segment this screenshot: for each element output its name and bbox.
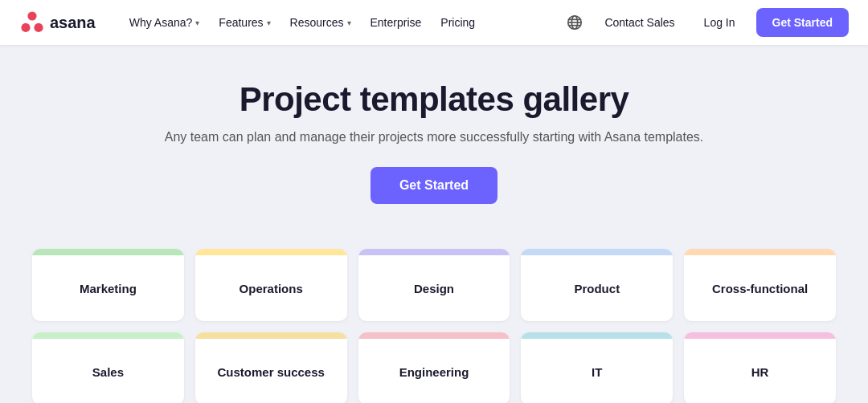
card-top-bar — [195, 249, 347, 255]
card-label: Sales — [92, 365, 124, 379]
card-label: Marketing — [80, 282, 137, 295]
nav-item-features[interactable]: Features ▾ — [211, 11, 278, 34]
card-product[interactable]: Product — [521, 249, 673, 321]
nav-item-enterprise[interactable]: Enterprise — [362, 11, 430, 34]
hero-section: Project templates gallery Any team can p… — [0, 45, 868, 226]
chevron-down-icon: ▾ — [347, 18, 351, 27]
card-label: Product — [574, 282, 620, 295]
nav-item-pricing[interactable]: Pricing — [432, 11, 483, 34]
card-it[interactable]: IT — [521, 332, 673, 403]
card-body: Cross-functional — [684, 255, 836, 321]
cards-grid-row2: Sales Customer success Engineering IT HR — [32, 332, 836, 403]
contact-sales-link[interactable]: Contact Sales — [596, 11, 682, 34]
get-started-hero-button[interactable]: Get Started — [371, 167, 497, 204]
card-cross-functional[interactable]: Cross-functional — [684, 249, 836, 321]
card-top-bar — [195, 332, 347, 339]
card-top-bar — [32, 332, 184, 339]
card-label: Design — [414, 282, 454, 295]
card-top-bar — [358, 332, 510, 339]
card-top-bar — [32, 249, 184, 255]
card-body: Design — [358, 255, 510, 321]
card-label: IT — [592, 365, 602, 379]
card-label: Cross-functional — [712, 282, 808, 295]
card-body: Sales — [32, 339, 184, 403]
card-label: Operations — [240, 282, 303, 295]
nav-item-resources[interactable]: Resources ▾ — [282, 11, 359, 34]
card-engineering[interactable]: Engineering — [358, 332, 510, 403]
chevron-down-icon: ▾ — [267, 18, 271, 27]
nav-menu: Why Asana? ▾ Features ▾ Resources ▾ Ente… — [121, 11, 567, 34]
card-top-bar — [684, 249, 836, 255]
card-top-bar — [521, 249, 673, 255]
asana-logo-icon — [19, 10, 45, 35]
logo[interactable]: asana — [19, 10, 96, 35]
card-label: Engineering — [399, 365, 469, 379]
chevron-down-icon: ▾ — [195, 18, 199, 27]
card-hr[interactable]: HR — [684, 332, 836, 403]
card-top-bar — [521, 332, 673, 339]
globe-icon[interactable] — [566, 14, 583, 31]
card-body: IT — [521, 339, 673, 403]
hero-title: Project templates gallery — [16, 80, 852, 119]
card-label: HR — [751, 365, 769, 379]
card-body: Marketing — [32, 255, 184, 321]
card-body: Operations — [195, 255, 347, 321]
svg-point-2 — [34, 23, 43, 32]
card-label: Customer success — [217, 365, 324, 379]
card-body: HR — [684, 339, 836, 403]
navbar-right: Contact Sales Log In Get Started — [566, 8, 849, 37]
login-button[interactable]: Log In — [696, 11, 743, 34]
card-design[interactable]: Design — [358, 249, 510, 321]
svg-point-0 — [27, 11, 36, 20]
navbar: asana Why Asana? ▾ Features ▾ Resources … — [0, 0, 868, 45]
card-body: Product — [521, 255, 673, 321]
card-marketing[interactable]: Marketing — [32, 249, 184, 321]
card-body: Customer success — [195, 339, 347, 403]
card-top-bar — [684, 332, 836, 339]
cards-section: Marketing Operations Design Product Cros — [0, 226, 868, 403]
card-top-bar — [358, 249, 510, 255]
card-customer-success[interactable]: Customer success — [195, 332, 347, 403]
nav-item-why-asana[interactable]: Why Asana? ▾ — [121, 11, 208, 34]
card-body: Engineering — [358, 339, 510, 403]
cards-grid-row1: Marketing Operations Design Product Cros — [32, 249, 836, 321]
svg-point-1 — [21, 23, 30, 32]
card-operations[interactable]: Operations — [195, 249, 347, 321]
hero-subtitle: Any team can plan and manage their proje… — [16, 130, 852, 145]
card-sales[interactable]: Sales — [32, 332, 184, 403]
get-started-nav-button[interactable]: Get Started — [756, 8, 849, 37]
brand-name: asana — [50, 14, 96, 32]
